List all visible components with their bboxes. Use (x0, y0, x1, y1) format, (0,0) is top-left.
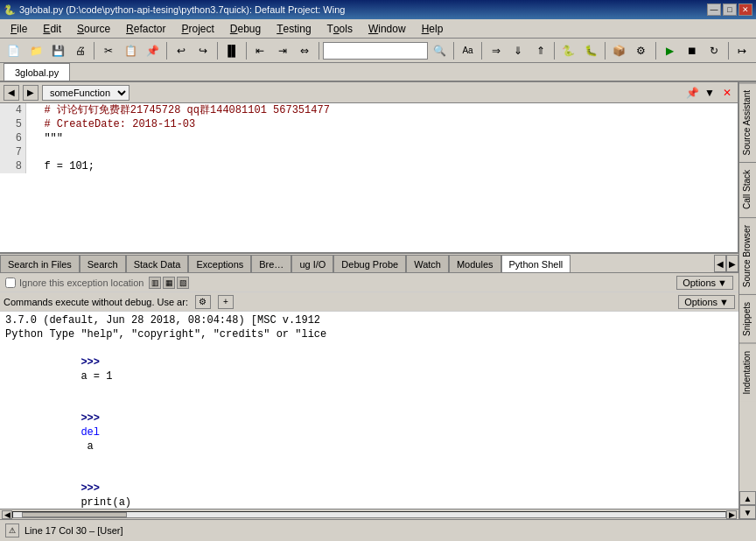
sidebar-scroll-down[interactable]: ▼ (739, 505, 756, 519)
shell-options-button[interactable]: Options ▼ (678, 295, 735, 309)
toolbar-debug1[interactable]: ▐▌ (221, 41, 242, 60)
tab-watch[interactable]: Watch (406, 255, 449, 272)
collapse-icon[interactable]: ▼ (703, 86, 717, 100)
sidebar-scroll-controls: ▲ ▼ (739, 491, 756, 519)
tab-search-in-files[interactable]: Search in Files (0, 255, 80, 272)
editor-close-icon[interactable]: ✕ (720, 86, 734, 100)
exc-icon-3[interactable]: ▧ (177, 277, 189, 289)
toolbar-cut[interactable]: ✂ (98, 41, 118, 60)
toolbar-indent-both[interactable]: ⇔ (294, 41, 314, 60)
toolbar-gear[interactable]: ⚙ (631, 41, 651, 60)
separator-5 (318, 42, 319, 60)
toolbar-step-out[interactable]: ⇑ (530, 41, 550, 60)
tab-python-shell[interactable]: Python Shell (501, 255, 571, 272)
tab-stack-data[interactable]: Stack Data (126, 255, 189, 272)
toolbar-pkg[interactable]: 📦 (609, 41, 629, 60)
separator-2 (166, 42, 167, 60)
toolbar-search-input[interactable] (323, 42, 428, 60)
file-tab-3global[interactable]: 3global.py (4, 63, 70, 81)
window-title: 3global.py (D:\code\python-api-tesing\py… (19, 4, 345, 15)
shell-plus-icon[interactable]: + (218, 295, 234, 309)
maximize-button[interactable]: □ (723, 4, 737, 16)
toolbar-indent-in[interactable]: ⇥ (272, 41, 292, 60)
tab-debug-probe[interactable]: Debug Probe (333, 255, 406, 272)
menu-file[interactable]: File (4, 19, 34, 38)
minimize-button[interactable]: — (707, 4, 721, 16)
main-area: ◀ ▶ someFunction 📌 ▼ ✕ 4 # 讨论钉钉免费群217457… (0, 82, 756, 519)
shell-line-4: >>> del a (5, 397, 733, 467)
toolbar-restart[interactable]: ↻ (704, 41, 724, 60)
function-dropdown[interactable]: someFunction (42, 85, 130, 101)
scroll-right-button[interactable]: ▶ (726, 510, 737, 519)
toolbar-paste[interactable]: 📌 (143, 41, 163, 60)
menu-source[interactable]: Source (70, 19, 117, 38)
toolbar-run[interactable]: ▶ (660, 41, 680, 60)
editor-and-shell: ◀ ▶ someFunction 📌 ▼ ✕ 4 # 讨论钉钉免费群217457… (0, 82, 738, 519)
separator-3 (217, 42, 218, 60)
scroll-left-button[interactable]: ◀ (2, 510, 12, 519)
toolbar-search-go[interactable]: 🔍 (430, 41, 450, 60)
menu-debug[interactable]: Debug (223, 19, 268, 38)
sidebar-call-stack[interactable]: Call Stack (739, 162, 756, 216)
tab-breakpoints[interactable]: Bre… (251, 255, 291, 272)
h-scroll-track[interactable] (12, 511, 726, 518)
menu-testing[interactable]: Testing (270, 19, 318, 38)
toolbar-copy[interactable]: 📋 (121, 41, 141, 60)
nav-forward-button[interactable]: ▶ (23, 85, 38, 101)
h-scroll-thumb[interactable] (22, 512, 127, 517)
close-button[interactable]: ✕ (738, 4, 752, 16)
title-bar-left: 🐍 3global.py (D:\code\python-api-tesing\… (4, 4, 345, 16)
exc-icon-1[interactable]: ▥ (149, 277, 161, 289)
ignore-exception-checkbox[interactable] (5, 278, 16, 288)
tab-search[interactable]: Search (80, 255, 126, 272)
panel-tab-nav: ◀ ▶ (714, 255, 738, 272)
editor-icon-group: 📌 ▼ ✕ (685, 86, 734, 100)
toolbar-last[interactable]: ↦ (732, 41, 752, 60)
menu-tools[interactable]: Tools (320, 19, 360, 38)
shell-gear-icon[interactable]: ⚙ (195, 295, 211, 309)
menu-project[interactable]: Project (174, 19, 220, 38)
sidebar-source-browser[interactable]: Source Browser (739, 217, 756, 294)
bookmark-icon[interactable]: 📌 (685, 86, 699, 100)
toolbar-python[interactable]: 🐍 (558, 41, 578, 60)
shell-scrollbar[interactable]: ◀ ▶ (0, 509, 738, 519)
toolbar-open[interactable]: 📁 (25, 41, 46, 60)
panel-tab-prev[interactable]: ◀ (714, 255, 726, 272)
sidebar-scroll-up[interactable]: ▲ (739, 491, 756, 505)
editor-area: ◀ ▶ someFunction 📌 ▼ ✕ 4 # 讨论钉钉免费群217457… (0, 82, 738, 252)
toolbar-red-bug[interactable]: 🐛 (581, 41, 601, 60)
shell-content[interactable]: 3.7.0 (default, Jun 28 2018, 08:04:48) [… (0, 312, 738, 509)
status-warning-icon[interactable]: ⚠ (5, 523, 19, 537)
toolbar-print[interactable]: 🖨 (70, 41, 90, 60)
status-bar: ⚠ Line 17 Col 30 – [User] (0, 519, 756, 541)
menu-window[interactable]: Window (361, 19, 413, 38)
sidebar-snippets[interactable]: Snippets (739, 294, 756, 343)
panel-tab-next[interactable]: ▶ (726, 255, 738, 272)
title-bar: 🐍 3global.py (D:\code\python-api-tesing\… (0, 0, 756, 19)
toolbar-stop[interactable]: ⏹ (682, 41, 702, 60)
code-area[interactable]: 4 # 讨论钉钉免费群21745728 qq群144081101 5673514… (0, 103, 738, 252)
menu-refactor[interactable]: Refactor (119, 19, 172, 38)
toolbar-redo[interactable]: ↪ (193, 41, 214, 60)
toolbar-undo[interactable]: ↩ (171, 41, 191, 60)
nav-back-button[interactable]: ◀ (4, 85, 19, 101)
toolbar-indent-out[interactable]: ⇤ (249, 41, 270, 60)
exceptions-options-button[interactable]: Options ▼ (676, 276, 733, 290)
exc-icon-2[interactable]: ▦ (163, 277, 175, 289)
shell-toolbar-text: Commands execute without debug. Use ar: (4, 297, 188, 307)
menu-help[interactable]: Help (415, 19, 451, 38)
toolbar-save[interactable]: 💾 (48, 41, 68, 60)
shell-line-2: Python Type "help", "copyright", "credit… (5, 327, 733, 341)
menu-bar: File Edit Source Refactor Project Debug … (0, 19, 756, 39)
separator-1 (94, 42, 94, 60)
tab-exceptions[interactable]: Exceptions (188, 255, 251, 272)
sidebar-indentation[interactable]: Indentation (739, 343, 756, 402)
menu-edit[interactable]: Edit (36, 19, 68, 38)
toolbar-step-over[interactable]: ⇒ (486, 41, 506, 60)
tab-debug-io[interactable]: ug I/O (291, 255, 333, 272)
tab-modules[interactable]: Modules (449, 255, 501, 272)
toolbar-aa[interactable]: Aa (458, 41, 478, 60)
toolbar-new[interactable]: 📄 (4, 41, 24, 60)
toolbar-step-into[interactable]: ⇓ (508, 41, 528, 60)
sidebar-source-assistant[interactable]: Source Assistant (739, 82, 756, 162)
